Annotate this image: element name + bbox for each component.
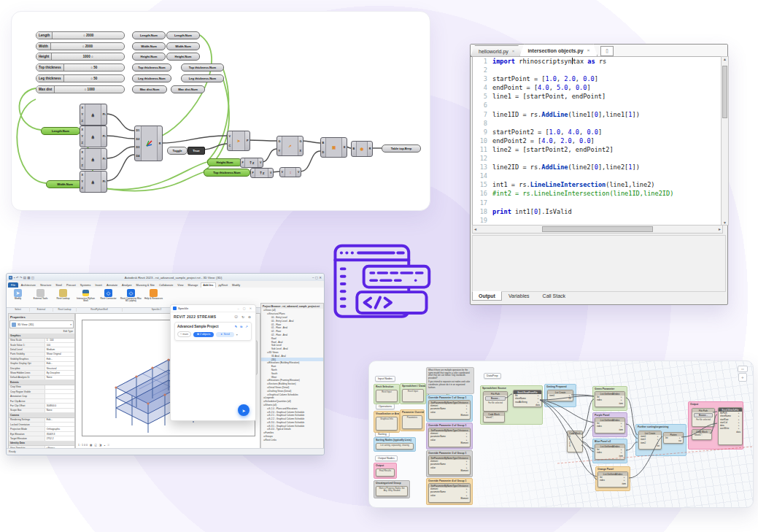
ribbon-tab-file[interactable]: File [8, 282, 18, 288]
output-pill[interactable]: Table top.Brep [382, 144, 421, 153]
number-param-pill[interactable]: Width.Num [166, 42, 200, 50]
line-number: 19 [473, 216, 492, 225]
gh-component[interactable]: V↕V [279, 167, 301, 177]
ribbon-button-revit-connector-mac-m1-alpha-[interactable]: ◇Revit Connector Mac M1 (alpha) [120, 288, 142, 307]
green-param-pill[interactable]: Width.Num [46, 180, 84, 188]
code-area[interactable]: 1import rhinoscriptsyntax as rs23startPo… [472, 56, 722, 225]
code-token: AddLine [541, 163, 568, 171]
construct-point-component[interactable]: XYZ⋔Pt [80, 104, 107, 126]
tree-item-label: 02 - Floor [271, 330, 281, 333]
parameter-slider[interactable]: Max dist○ 1000 [36, 85, 125, 93]
gh-component[interactable]: GY➚GX [276, 136, 303, 156]
green-param-pill[interactable]: Length.Num [41, 127, 80, 135]
number-param-pill[interactable]: Top thickness.Num [132, 63, 171, 72]
number-param-pill[interactable]: Width.Num [132, 42, 166, 50]
number-param-pill[interactable]: Length.Num [166, 31, 200, 39]
toggle-label[interactable]: Toggle [167, 147, 187, 155]
property-section-header[interactable]: Graphics [9, 334, 74, 339]
close-icon[interactable]: × [512, 49, 515, 53]
slider-label: Top thickness [36, 64, 64, 71]
gh-component[interactable]: F⇡zV [240, 158, 263, 168]
property-section-header[interactable]: Identity Data [9, 442, 74, 447]
tree-item-label: Legends [266, 396, 274, 399]
horizontal-scrollbar[interactable]: ◄► [472, 225, 723, 234]
parameter-slider[interactable]: Top thickness○ 50 [36, 63, 125, 72]
construct-point-component[interactable]: XYZ⋔Pt [80, 148, 107, 170]
view-control-bar[interactable]: 1:100 ▦ ◱ ◨ ◒ ⛆ [78, 444, 110, 447]
tree-item-label: S-2.2 - Graphical Column Schedule [269, 417, 305, 420]
editor-bottom-tabs: OutputVariablesCall Stack [472, 291, 572, 302]
new-file-icon[interactable]: ▯ [600, 46, 614, 56]
number-param-pill[interactable]: Max dist.Num [171, 85, 205, 93]
property-value: Show Original [45, 352, 74, 356]
ribbon-button-revit-lookup[interactable]: Revit Lookup [52, 288, 74, 307]
number-param-pill[interactable]: Leg thickness.Num [181, 74, 224, 82]
code-token: 2.0 [560, 137, 572, 144]
parameter-slider[interactable]: Width○ 2000 [36, 42, 125, 50]
tree-item[interactable]: ⊞ Revit Links [261, 438, 323, 442]
ribbon-button-interactive-python-shell[interactable]: Interactive Python Shell [74, 288, 97, 307]
number-param-pill[interactable]: Length.Num [132, 31, 166, 39]
number-param-pill[interactable]: Height.Num [132, 53, 166, 61]
objects-button[interactable]: ⛃ 2 objects [193, 332, 214, 337]
window-controls[interactable]: – ▢ ✕ [312, 276, 322, 280]
chevron-down-icon[interactable]: ▾ [236, 333, 238, 336]
tab-helloworld[interactable]: helloworld.py × [471, 45, 522, 56]
tab-intersection-objects[interactable]: intersection objects.py × [519, 44, 597, 56]
streams-header-icons[interactable]: ⓘ ↻ ⚙ [235, 315, 252, 319]
panel-tab-variables[interactable]: Variables [502, 291, 536, 301]
tree-item-label: 3D Anal - Anal [271, 355, 286, 358]
dynamo-canvas[interactable]: ▭ ✛ Input NodesOperationsSortingOutput N… [368, 361, 754, 508]
toggle-value[interactable]: True [187, 147, 205, 155]
green-param-pill[interactable]: Top thickness.Num [204, 169, 250, 177]
gh-component[interactable]: B◉R [351, 141, 373, 157]
code-token: line2 = [startPoint2, endPoint2] [492, 146, 614, 153]
merge-component[interactable]: D1D2D3D4R [134, 126, 163, 161]
quick-access-toolbar[interactable]: R ▪ ↶ ↷ ▤ ▦ ◫ [9, 276, 34, 280]
ribbon-button-modify[interactable]: ➤Modify [7, 288, 29, 307]
speckle-send-fab[interactable]: ➤ [238, 404, 250, 416]
tab-label: helloworld.py [479, 49, 508, 54]
ribbon-button-revit-connector[interactable]: ◇Revit Connector [97, 288, 120, 307]
code-token: 0.0 [576, 84, 587, 91]
ribbon-button-external-tools[interactable]: External Tools [29, 288, 52, 307]
close-icon[interactable]: × [587, 48, 590, 53]
property-value: Edit... [45, 357, 74, 361]
stream-card-icons[interactable]: ✎ ⧉ ↗ [235, 325, 249, 328]
type-selector[interactable]: 3D View: {3D} ▾ [9, 320, 74, 328]
green-param-pill[interactable]: Height.Num [207, 158, 242, 166]
gh-component[interactable]: VC➤P [227, 131, 250, 151]
dialog-window-controls[interactable]: – ▢ ✕ [237, 307, 253, 310]
code-line: 17 [473, 198, 721, 207]
component-icon: ➤ [232, 131, 246, 150]
parameter-slider[interactable]: Length○ 2000 [36, 31, 125, 39]
code-token: ]) [632, 111, 639, 118]
stream-card[interactable]: Advanced Sample Project ✎ ⧉ ↗ ⑂ main ⛃ 2… [174, 322, 252, 341]
construct-point-component[interactable]: XYZ⋔Pt [80, 171, 107, 193]
property-section-header[interactable]: Extents [9, 380, 74, 385]
parameter-slider[interactable]: Leg thickness○ 50 [36, 74, 125, 82]
property-section-header[interactable]: Camera [9, 413, 74, 418]
point-icon: ⋔ [85, 104, 102, 125]
gh-component[interactable]: BD▣E [320, 137, 347, 158]
number-param-pill[interactable]: Height.Num [166, 53, 200, 61]
line-number: 4 [473, 83, 492, 92]
parameter-slider[interactable]: Height1000 ○ [36, 53, 125, 61]
panel-tab-call-stack[interactable]: Call Stack [536, 291, 573, 301]
port-label: Y [82, 158, 84, 161]
number-param-pill[interactable]: Top thickness.Num [181, 63, 224, 72]
ribbon-tab-addins[interactable]: Add-Ins [201, 282, 216, 288]
gh-component[interactable]: F⇡zV [250, 168, 274, 178]
send-button[interactable]: ➤ Send [216, 332, 233, 337]
property-label: Far Clip Offset [9, 404, 45, 407]
construct-point-component[interactable]: XYZ⋔Pt [80, 126, 107, 147]
property-value: 304800.0 [45, 404, 74, 407]
editor-tab-strip: helloworld.py × intersection objects.py … [471, 45, 727, 57]
tree-item-label: S-3.1 - Graphical Column Schedule [269, 425, 305, 428]
panel-tab-output[interactable]: Output [472, 291, 502, 301]
number-param-pill[interactable]: Max dist.Num [132, 85, 167, 93]
ribbon-button-help-resources[interactable]: Help & Resources [142, 288, 165, 307]
number-param-pill[interactable]: Leg thickness.Num [132, 74, 171, 82]
branch-chip[interactable]: ⑂ main [177, 331, 191, 337]
vertical-scrollbar[interactable]: ▲▼ [721, 56, 729, 225]
